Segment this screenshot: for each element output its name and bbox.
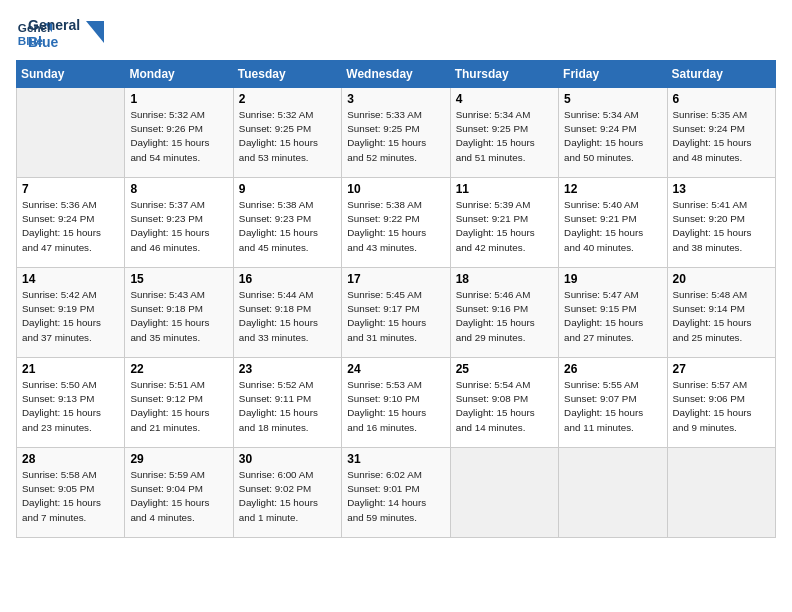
day-info: Sunrise: 5:34 AM Sunset: 9:24 PM Dayligh… [564,108,661,165]
calendar-week-row: 21Sunrise: 5:50 AM Sunset: 9:13 PM Dayli… [17,358,776,448]
day-number: 18 [456,272,553,286]
page-header: General Blue General Blue [16,16,776,52]
day-number: 4 [456,92,553,106]
day-info: Sunrise: 5:32 AM Sunset: 9:26 PM Dayligh… [130,108,227,165]
calendar-cell: 24Sunrise: 5:53 AM Sunset: 9:10 PM Dayli… [342,358,450,448]
calendar-week-row: 28Sunrise: 5:58 AM Sunset: 9:05 PM Dayli… [17,448,776,538]
day-info: Sunrise: 5:41 AM Sunset: 9:20 PM Dayligh… [673,198,770,255]
day-info: Sunrise: 6:00 AM Sunset: 9:02 PM Dayligh… [239,468,336,525]
day-number: 22 [130,362,227,376]
calendar-week-row: 14Sunrise: 5:42 AM Sunset: 9:19 PM Dayli… [17,268,776,358]
calendar-cell: 3Sunrise: 5:33 AM Sunset: 9:25 PM Daylig… [342,88,450,178]
calendar-cell: 1Sunrise: 5:32 AM Sunset: 9:26 PM Daylig… [125,88,233,178]
logo: General Blue General Blue [16,16,104,52]
day-info: Sunrise: 5:52 AM Sunset: 9:11 PM Dayligh… [239,378,336,435]
calendar-cell: 20Sunrise: 5:48 AM Sunset: 9:14 PM Dayli… [667,268,775,358]
col-header-wednesday: Wednesday [342,61,450,88]
day-number: 30 [239,452,336,466]
day-number: 23 [239,362,336,376]
calendar-table: SundayMondayTuesdayWednesdayThursdayFrid… [16,60,776,538]
day-number: 9 [239,182,336,196]
calendar-cell: 31Sunrise: 6:02 AM Sunset: 9:01 PM Dayli… [342,448,450,538]
logo-text-blue: Blue [28,34,58,51]
day-info: Sunrise: 5:57 AM Sunset: 9:06 PM Dayligh… [673,378,770,435]
day-info: Sunrise: 5:45 AM Sunset: 9:17 PM Dayligh… [347,288,444,345]
calendar-cell: 17Sunrise: 5:45 AM Sunset: 9:17 PM Dayli… [342,268,450,358]
calendar-week-row: 1Sunrise: 5:32 AM Sunset: 9:26 PM Daylig… [17,88,776,178]
day-number: 5 [564,92,661,106]
day-number: 7 [22,182,119,196]
day-info: Sunrise: 5:36 AM Sunset: 9:24 PM Dayligh… [22,198,119,255]
day-number: 20 [673,272,770,286]
day-info: Sunrise: 5:43 AM Sunset: 9:18 PM Dayligh… [130,288,227,345]
day-info: Sunrise: 5:38 AM Sunset: 9:23 PM Dayligh… [239,198,336,255]
day-info: Sunrise: 5:47 AM Sunset: 9:15 PM Dayligh… [564,288,661,345]
calendar-cell: 11Sunrise: 5:39 AM Sunset: 9:21 PM Dayli… [450,178,558,268]
calendar-cell: 4Sunrise: 5:34 AM Sunset: 9:25 PM Daylig… [450,88,558,178]
col-header-saturday: Saturday [667,61,775,88]
day-number: 25 [456,362,553,376]
day-number: 8 [130,182,227,196]
calendar-cell: 19Sunrise: 5:47 AM Sunset: 9:15 PM Dayli… [559,268,667,358]
calendar-cell: 7Sunrise: 5:36 AM Sunset: 9:24 PM Daylig… [17,178,125,268]
svg-marker-3 [86,21,104,43]
day-number: 15 [130,272,227,286]
calendar-week-row: 7Sunrise: 5:36 AM Sunset: 9:24 PM Daylig… [17,178,776,268]
day-info: Sunrise: 5:44 AM Sunset: 9:18 PM Dayligh… [239,288,336,345]
day-number: 21 [22,362,119,376]
calendar-cell: 9Sunrise: 5:38 AM Sunset: 9:23 PM Daylig… [233,178,341,268]
calendar-cell: 21Sunrise: 5:50 AM Sunset: 9:13 PM Dayli… [17,358,125,448]
day-number: 17 [347,272,444,286]
day-info: Sunrise: 5:34 AM Sunset: 9:25 PM Dayligh… [456,108,553,165]
calendar-cell: 8Sunrise: 5:37 AM Sunset: 9:23 PM Daylig… [125,178,233,268]
day-number: 11 [456,182,553,196]
calendar-cell [667,448,775,538]
day-number: 29 [130,452,227,466]
day-number: 13 [673,182,770,196]
day-info: Sunrise: 5:32 AM Sunset: 9:25 PM Dayligh… [239,108,336,165]
day-number: 10 [347,182,444,196]
day-info: Sunrise: 5:58 AM Sunset: 9:05 PM Dayligh… [22,468,119,525]
day-info: Sunrise: 5:50 AM Sunset: 9:13 PM Dayligh… [22,378,119,435]
day-number: 26 [564,362,661,376]
col-header-sunday: Sunday [17,61,125,88]
calendar-cell: 5Sunrise: 5:34 AM Sunset: 9:24 PM Daylig… [559,88,667,178]
calendar-cell: 26Sunrise: 5:55 AM Sunset: 9:07 PM Dayli… [559,358,667,448]
day-number: 1 [130,92,227,106]
calendar-cell: 15Sunrise: 5:43 AM Sunset: 9:18 PM Dayli… [125,268,233,358]
day-number: 12 [564,182,661,196]
day-number: 28 [22,452,119,466]
calendar-cell: 2Sunrise: 5:32 AM Sunset: 9:25 PM Daylig… [233,88,341,178]
col-header-tuesday: Tuesday [233,61,341,88]
calendar-cell: 28Sunrise: 5:58 AM Sunset: 9:05 PM Dayli… [17,448,125,538]
calendar-cell: 10Sunrise: 5:38 AM Sunset: 9:22 PM Dayli… [342,178,450,268]
day-info: Sunrise: 6:02 AM Sunset: 9:01 PM Dayligh… [347,468,444,525]
day-info: Sunrise: 5:39 AM Sunset: 9:21 PM Dayligh… [456,198,553,255]
calendar-cell: 22Sunrise: 5:51 AM Sunset: 9:12 PM Dayli… [125,358,233,448]
calendar-cell: 12Sunrise: 5:40 AM Sunset: 9:21 PM Dayli… [559,178,667,268]
logo-arrow-icon [86,21,104,43]
calendar-cell [450,448,558,538]
day-info: Sunrise: 5:38 AM Sunset: 9:22 PM Dayligh… [347,198,444,255]
col-header-friday: Friday [559,61,667,88]
day-number: 31 [347,452,444,466]
calendar-cell: 14Sunrise: 5:42 AM Sunset: 9:19 PM Dayli… [17,268,125,358]
day-info: Sunrise: 5:46 AM Sunset: 9:16 PM Dayligh… [456,288,553,345]
col-header-thursday: Thursday [450,61,558,88]
calendar-cell: 16Sunrise: 5:44 AM Sunset: 9:18 PM Dayli… [233,268,341,358]
day-number: 2 [239,92,336,106]
day-number: 14 [22,272,119,286]
day-info: Sunrise: 5:59 AM Sunset: 9:04 PM Dayligh… [130,468,227,525]
calendar-cell: 29Sunrise: 5:59 AM Sunset: 9:04 PM Dayli… [125,448,233,538]
day-info: Sunrise: 5:48 AM Sunset: 9:14 PM Dayligh… [673,288,770,345]
day-info: Sunrise: 5:51 AM Sunset: 9:12 PM Dayligh… [130,378,227,435]
day-info: Sunrise: 5:54 AM Sunset: 9:08 PM Dayligh… [456,378,553,435]
calendar-cell: 23Sunrise: 5:52 AM Sunset: 9:11 PM Dayli… [233,358,341,448]
day-number: 27 [673,362,770,376]
day-info: Sunrise: 5:37 AM Sunset: 9:23 PM Dayligh… [130,198,227,255]
day-number: 3 [347,92,444,106]
calendar-cell: 30Sunrise: 6:00 AM Sunset: 9:02 PM Dayli… [233,448,341,538]
col-header-monday: Monday [125,61,233,88]
calendar-cell: 13Sunrise: 5:41 AM Sunset: 9:20 PM Dayli… [667,178,775,268]
day-info: Sunrise: 5:33 AM Sunset: 9:25 PM Dayligh… [347,108,444,165]
